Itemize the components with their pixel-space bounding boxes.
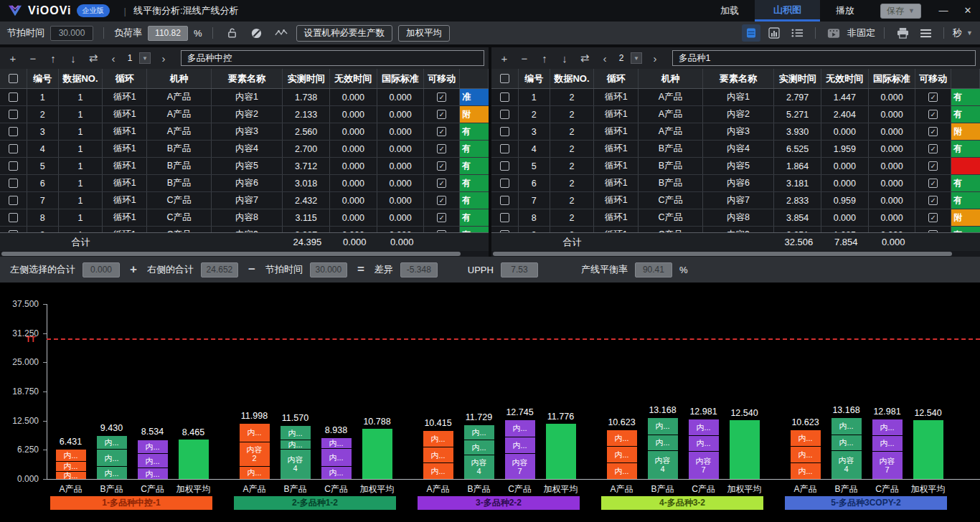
- group-band-label[interactable]: 2-多品种1-2: [234, 496, 396, 510]
- movable-checkbox[interactable]: ✓: [437, 179, 446, 188]
- next-page-button[interactable]: ›: [646, 52, 664, 65]
- dataset-name-input[interactable]: [672, 50, 976, 66]
- movable-checkbox[interactable]: ✓: [928, 213, 938, 222]
- fixed-mode-label[interactable]: 非固定: [847, 27, 875, 39]
- row-checkbox[interactable]: [9, 213, 18, 222]
- waveform-icon[interactable]: [272, 24, 291, 42]
- group-band-label[interactable]: 5-多品种3COPY-2: [785, 496, 947, 510]
- video-icon[interactable]: [824, 24, 843, 42]
- stacked-bar[interactable]: 9.430内...内...内...: [97, 435, 127, 479]
- swap-button[interactable]: ⇄: [85, 52, 102, 65]
- set-required-production-button[interactable]: 设置机种必要生产数: [296, 25, 393, 42]
- stacked-bar[interactable]: 11.776: [546, 424, 576, 479]
- stacked-bar[interactable]: 12.981内容 7内...内...: [872, 419, 903, 479]
- next-page-button[interactable]: ›: [155, 52, 172, 65]
- movable-checkbox[interactable]: ✓: [437, 127, 446, 136]
- stacked-bar[interactable]: 12.981内容 7内...内...: [689, 419, 719, 479]
- movable-checkbox[interactable]: ✓: [437, 92, 446, 102]
- view-stacked-icon[interactable]: [742, 24, 760, 42]
- stacked-bar[interactable]: 11.729内容 4内...内...: [464, 424, 494, 479]
- unlock-icon[interactable]: [223, 24, 242, 42]
- add-row-button[interactable]: +: [4, 52, 22, 65]
- stacked-bar[interactable]: 10.415内...内...内...: [423, 430, 453, 479]
- row-checkbox[interactable]: [9, 196, 18, 205]
- stacked-bar[interactable]: 12.745内容 7内...内...: [505, 419, 535, 479]
- row-checkbox[interactable]: [9, 92, 18, 102]
- stacked-bar[interactable]: 12.540: [730, 420, 760, 479]
- table-row[interactable]: 51循环1B产品内容53.7120.0000.000✓有: [0, 158, 489, 175]
- scrollbar-thumb[interactable]: [1, 252, 461, 256]
- movable-checkbox[interactable]: ✓: [928, 110, 938, 119]
- row-checkbox[interactable]: [500, 144, 509, 153]
- table-row[interactable]: 72循环1C产品内容72.8330.9590.000✓有: [491, 192, 980, 209]
- movable-checkbox[interactable]: ✓: [437, 144, 446, 153]
- movable-checkbox[interactable]: ✓: [928, 179, 938, 188]
- stacked-bar[interactable]: 8.465: [179, 440, 209, 479]
- stacked-bar[interactable]: 13.168内容 4内...内...: [648, 417, 678, 479]
- table-row[interactable]: 41循环1B产品内容42.7000.0000.000✓有: [0, 141, 489, 158]
- minimize-button[interactable]: —: [931, 0, 956, 22]
- dataset-name-input[interactable]: [181, 50, 484, 66]
- row-checkbox[interactable]: [9, 179, 18, 188]
- horizontal-scrollbar[interactable]: [0, 251, 489, 257]
- group-band-label[interactable]: 3-多品种2-2: [418, 496, 580, 510]
- table-row[interactable]: 91循环1C产品内容92.9870.0000.000✓有: [0, 227, 489, 232]
- table-row[interactable]: 62循环1B产品内容63.1810.0000.000✓有: [491, 175, 980, 192]
- stacked-bar[interactable]: 10.623内...内...内...: [791, 430, 821, 479]
- prev-page-button[interactable]: ‹: [105, 52, 122, 65]
- add-row-button[interactable]: +: [496, 52, 513, 65]
- view-list-icon[interactable]: [788, 24, 806, 42]
- row-checkbox[interactable]: [9, 144, 18, 153]
- row-checkbox[interactable]: [500, 110, 509, 119]
- table-row[interactable]: 12循环1A产品内容12.7971.4470.000✓有: [491, 89, 980, 106]
- time-unit-label[interactable]: 秒: [953, 27, 962, 39]
- menu-play[interactable]: 播放: [820, 0, 870, 22]
- view-barchart-icon[interactable]: [765, 24, 783, 42]
- stacked-bar[interactable]: 11.570内容 4内...内...: [281, 425, 311, 479]
- movable-checkbox[interactable]: ✓: [928, 144, 938, 153]
- print-icon[interactable]: [893, 24, 912, 42]
- movable-checkbox[interactable]: ✓: [928, 196, 938, 205]
- table-row[interactable]: 11循环1A产品内容11.7380.0000.000✓准: [0, 89, 489, 106]
- row-checkbox[interactable]: [9, 110, 18, 119]
- unit-caret-icon[interactable]: ▼: [966, 29, 973, 37]
- movable-checkbox[interactable]: ✓: [437, 213, 446, 222]
- table-row[interactable]: 32循环1A产品内容33.9300.0000.000✓附: [491, 123, 980, 141]
- table-row[interactable]: 52循环1B产品内容51.8640.0000.000✓: [491, 158, 980, 175]
- stacked-bar[interactable]: 13.168内容 4内...内...: [831, 417, 862, 479]
- row-checkbox[interactable]: [500, 196, 509, 205]
- stacked-bar[interactable]: 8.938内...内...内...: [321, 437, 352, 479]
- stacked-bar[interactable]: 10.788: [362, 429, 392, 479]
- remove-row-button[interactable]: −: [516, 52, 533, 65]
- stacked-bar[interactable]: 8.534内...内...内...: [138, 439, 168, 479]
- select-all-checkbox[interactable]: [500, 74, 509, 83]
- page-dropdown[interactable]: ▼: [631, 52, 642, 64]
- horizontal-scrollbar[interactable]: [491, 251, 980, 257]
- load-rate-input[interactable]: [148, 26, 188, 41]
- move-down-button[interactable]: ↓: [65, 52, 82, 65]
- table-row[interactable]: 22循环1A产品内容25.2712.4040.000✓有: [491, 106, 980, 123]
- table-row[interactable]: 31循环1A产品内容32.5600.0000.000✓有: [0, 123, 489, 141]
- row-checkbox[interactable]: [500, 179, 509, 188]
- tab-mountain-chart[interactable]: 山积图: [755, 0, 820, 22]
- movable-checkbox[interactable]: ✓: [928, 92, 938, 102]
- movable-checkbox[interactable]: ✓: [928, 161, 938, 171]
- close-button[interactable]: ✕: [956, 0, 980, 22]
- menu-icon[interactable]: [916, 24, 935, 42]
- table-row[interactable]: 42循环1B产品内容46.5251.9590.000✓有: [491, 141, 980, 158]
- move-up-button[interactable]: ↑: [536, 52, 553, 65]
- table-row[interactable]: 61循环1B产品内容63.0180.0000.000✓有: [0, 175, 489, 192]
- table-row[interactable]: 21循环1A产品内容22.1330.0000.000✓附: [0, 106, 489, 123]
- table-row[interactable]: 82循环1C产品内容83.8540.0000.000✓附: [491, 209, 980, 227]
- move-down-button[interactable]: ↓: [556, 52, 573, 65]
- movable-checkbox[interactable]: ✓: [928, 127, 938, 136]
- save-button[interactable]: 保存 ▼: [880, 4, 921, 19]
- takt-time-input[interactable]: [50, 26, 93, 41]
- scrollbar-thumb[interactable]: [493, 252, 952, 256]
- row-checkbox[interactable]: [500, 161, 509, 171]
- weighted-average-button[interactable]: 加权平均: [398, 25, 450, 42]
- select-all-checkbox[interactable]: [9, 74, 18, 83]
- remove-row-button[interactable]: −: [24, 52, 42, 65]
- row-checkbox[interactable]: [500, 127, 509, 136]
- row-checkbox[interactable]: [9, 127, 18, 136]
